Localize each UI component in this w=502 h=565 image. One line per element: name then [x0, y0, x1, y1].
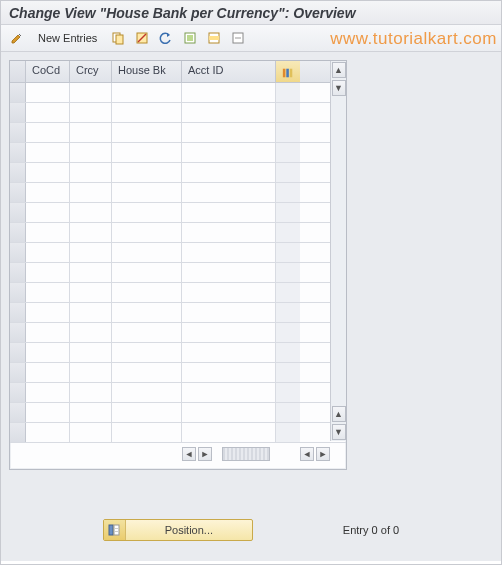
- cell-crcy[interactable]: [70, 343, 112, 362]
- cell-housebk[interactable]: [112, 203, 182, 222]
- table-row[interactable]: [10, 123, 346, 143]
- cell-housebk[interactable]: [112, 223, 182, 242]
- cell-housebk[interactable]: [112, 303, 182, 322]
- cell-acctid[interactable]: [182, 363, 276, 382]
- cell-crcy[interactable]: [70, 363, 112, 382]
- scroll-down-button[interactable]: ▼: [332, 424, 346, 440]
- cell-cocd[interactable]: [26, 83, 70, 102]
- cell-cocd[interactable]: [26, 283, 70, 302]
- row-header-corner[interactable]: [10, 61, 26, 82]
- cell-acctid[interactable]: [182, 343, 276, 362]
- cell-crcy[interactable]: [70, 103, 112, 122]
- cell-cocd[interactable]: [26, 143, 70, 162]
- cell-cocd[interactable]: [26, 163, 70, 182]
- row-header[interactable]: [10, 163, 26, 182]
- cell-cocd[interactable]: [26, 223, 70, 242]
- table-row[interactable]: [10, 203, 346, 223]
- table-row[interactable]: [10, 83, 346, 103]
- cell-housebk[interactable]: [112, 183, 182, 202]
- row-header[interactable]: [10, 103, 26, 122]
- cell-acctid[interactable]: [182, 83, 276, 102]
- cell-acctid[interactable]: [182, 143, 276, 162]
- column-header-crcy[interactable]: Crcy: [70, 61, 112, 82]
- cell-housebk[interactable]: [112, 103, 182, 122]
- table-row[interactable]: [10, 363, 346, 383]
- cell-cocd[interactable]: [26, 103, 70, 122]
- cell-cocd[interactable]: [26, 363, 70, 382]
- row-header[interactable]: [10, 243, 26, 262]
- cell-cocd[interactable]: [26, 123, 70, 142]
- cell-acctid[interactable]: [182, 123, 276, 142]
- cell-housebk[interactable]: [112, 123, 182, 142]
- cell-cocd[interactable]: [26, 303, 70, 322]
- table-row[interactable]: [10, 383, 346, 403]
- cell-crcy[interactable]: [70, 223, 112, 242]
- cell-cocd[interactable]: [26, 183, 70, 202]
- select-all-icon[interactable]: [180, 28, 200, 48]
- row-header[interactable]: [10, 203, 26, 222]
- configure-columns-icon[interactable]: [276, 61, 300, 82]
- row-header[interactable]: [10, 143, 26, 162]
- deselect-all-icon[interactable]: [228, 28, 248, 48]
- column-header-housebk[interactable]: House Bk: [112, 61, 182, 82]
- cell-crcy[interactable]: [70, 403, 112, 422]
- row-header[interactable]: [10, 183, 26, 202]
- cell-crcy[interactable]: [70, 323, 112, 342]
- cell-housebk[interactable]: [112, 363, 182, 382]
- cell-cocd[interactable]: [26, 423, 70, 442]
- cell-crcy[interactable]: [70, 263, 112, 282]
- copy-icon[interactable]: [108, 28, 128, 48]
- cell-acctid[interactable]: [182, 403, 276, 422]
- cell-housebk[interactable]: [112, 263, 182, 282]
- select-block-icon[interactable]: [204, 28, 224, 48]
- row-header[interactable]: [10, 323, 26, 342]
- cell-housebk[interactable]: [112, 83, 182, 102]
- row-header[interactable]: [10, 123, 26, 142]
- table-row[interactable]: [10, 223, 346, 243]
- cell-acctid[interactable]: [182, 283, 276, 302]
- row-header[interactable]: [10, 383, 26, 402]
- row-header[interactable]: [10, 403, 26, 422]
- position-button[interactable]: Position...: [103, 519, 253, 541]
- toggle-display-icon[interactable]: [7, 28, 27, 48]
- table-row[interactable]: [10, 423, 346, 443]
- cell-crcy[interactable]: [70, 283, 112, 302]
- cell-cocd[interactable]: [26, 343, 70, 362]
- table-row[interactable]: [10, 163, 346, 183]
- row-header[interactable]: [10, 423, 26, 442]
- cell-acctid[interactable]: [182, 183, 276, 202]
- hscroll-right-button[interactable]: ►: [198, 447, 212, 461]
- cell-acctid[interactable]: [182, 383, 276, 402]
- cell-cocd[interactable]: [26, 403, 70, 422]
- cell-cocd[interactable]: [26, 323, 70, 342]
- cell-crcy[interactable]: [70, 83, 112, 102]
- cell-housebk[interactable]: [112, 243, 182, 262]
- cell-housebk[interactable]: [112, 143, 182, 162]
- cell-acctid[interactable]: [182, 223, 276, 242]
- cell-housebk[interactable]: [112, 403, 182, 422]
- cell-crcy[interactable]: [70, 183, 112, 202]
- cell-acctid[interactable]: [182, 243, 276, 262]
- cell-housebk[interactable]: [112, 343, 182, 362]
- column-header-acctid[interactable]: Acct ID: [182, 61, 276, 82]
- scroll-up-step-button[interactable]: ▲: [332, 406, 346, 422]
- cell-acctid[interactable]: [182, 303, 276, 322]
- table-row[interactable]: [10, 243, 346, 263]
- scroll-up-button[interactable]: ▲: [332, 62, 346, 78]
- cell-acctid[interactable]: [182, 103, 276, 122]
- cell-acctid[interactable]: [182, 263, 276, 282]
- row-header[interactable]: [10, 363, 26, 382]
- cell-crcy[interactable]: [70, 143, 112, 162]
- cell-crcy[interactable]: [70, 423, 112, 442]
- row-header[interactable]: [10, 343, 26, 362]
- cell-crcy[interactable]: [70, 203, 112, 222]
- row-header[interactable]: [10, 83, 26, 102]
- column-header-cocd[interactable]: CoCd: [26, 61, 70, 82]
- cell-acctid[interactable]: [182, 323, 276, 342]
- cell-cocd[interactable]: [26, 203, 70, 222]
- table-row[interactable]: [10, 323, 346, 343]
- table-row[interactable]: [10, 403, 346, 423]
- table-row[interactable]: [10, 143, 346, 163]
- delete-icon[interactable]: [132, 28, 152, 48]
- row-header[interactable]: [10, 223, 26, 242]
